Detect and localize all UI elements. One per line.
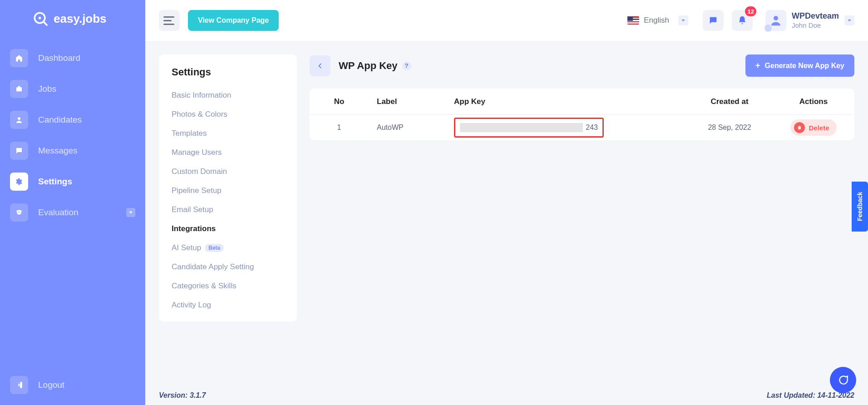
settings-activity-log[interactable]: Activity Log (172, 301, 284, 310)
page: WP App Key ? + Generate New App Key No L… (310, 54, 854, 372)
nav-dashboard[interactable]: Dashboard (10, 49, 135, 67)
nav-candidates[interactable]: Candidates (10, 111, 135, 129)
table-header: No Label App Key Created at Actions (310, 89, 854, 115)
settings-custom-domain[interactable]: Custom Domain (172, 167, 284, 176)
language-label: English (644, 16, 669, 25)
settings-integrations[interactable]: Integrations (172, 224, 284, 233)
language-selector[interactable]: English (621, 12, 695, 29)
sidebar: easy.jobs Dashboard Jobs Candidates Mess… (0, 0, 145, 405)
logo-icon (33, 11, 48, 26)
nav-label: Candidates (38, 115, 82, 125)
main-area: View Company Page English 12 WPDevteam J… (145, 0, 868, 405)
nav-settings[interactable]: Settings (10, 173, 135, 191)
cell-appkey: 243 (446, 118, 686, 138)
avatar (765, 10, 786, 31)
settings-email-setup[interactable]: Email Setup (172, 205, 284, 214)
footer: Version: 3.1.7 Last Updated: 14-11-2022 (145, 386, 868, 405)
svg-point-1 (39, 17, 41, 20)
nav-label: Jobs (38, 84, 56, 94)
briefcase-icon (10, 80, 28, 98)
chat-fab[interactable] (830, 367, 856, 393)
profile-menu[interactable]: WPDevteam John Doe (765, 10, 854, 31)
topbar: View Company Page English 12 WPDevteam J… (145, 0, 868, 41)
col-label: Label (369, 97, 446, 106)
nav-label: Evaluation (38, 207, 79, 217)
company-name: WPDevteam (792, 11, 839, 21)
nav-label: Dashboard (38, 53, 80, 63)
logout-icon (10, 376, 28, 394)
version: Version: 3.1.7 (159, 391, 206, 400)
home-icon (10, 49, 28, 67)
page-header: WP App Key ? + Generate New App Key (310, 54, 854, 77)
chevron-down-icon (678, 15, 688, 25)
settings-pipeline-setup[interactable]: Pipeline Setup (172, 186, 284, 195)
app-key-table: No Label App Key Created at Actions 1 Au… (310, 89, 854, 140)
beta-badge: Beta (205, 244, 224, 252)
svg-line-2 (44, 22, 47, 25)
user-name: John Doe (792, 21, 839, 30)
svg-point-3 (18, 117, 20, 120)
us-flag-icon (627, 16, 639, 25)
content: Settings Basic Information Photos & Colo… (145, 41, 868, 386)
table-row: 1 AutoWP 243 28 Sep, 2022 (310, 115, 854, 140)
message-icon (10, 142, 28, 160)
messages-button[interactable] (703, 10, 724, 31)
appkey-tail: 243 (586, 123, 598, 132)
chevron-down-icon (126, 208, 135, 217)
settings-ai-setup[interactable]: AI Setup Beta (172, 243, 284, 252)
graduation-icon (10, 203, 28, 222)
settings-manage-users[interactable]: Manage Users (172, 148, 284, 157)
menu-toggle-button[interactable] (159, 10, 180, 31)
cell-actions: Delete (773, 119, 854, 136)
nav-label: Settings (38, 177, 72, 187)
col-appkey: App Key (446, 97, 686, 106)
trash-icon (794, 122, 805, 133)
page-title: WP App Key ? (339, 60, 411, 72)
settings-title: Settings (172, 66, 284, 78)
logout-label: Logout (38, 380, 64, 390)
plus-icon: + (755, 61, 760, 70)
settings-candidate-apply[interactable]: Candidate Apply Setting (172, 262, 284, 272)
appkey-masked (460, 123, 583, 132)
back-button[interactable] (310, 55, 330, 76)
help-icon[interactable]: ? (402, 61, 411, 70)
nav-messages[interactable]: Messages (10, 142, 135, 160)
col-actions: Actions (773, 97, 854, 106)
nav-jobs[interactable]: Jobs (10, 80, 135, 98)
settings-templates[interactable]: Templates (172, 129, 284, 138)
cell-created: 28 Sep, 2022 (686, 123, 773, 132)
settings-basic-info[interactable]: Basic Information (172, 91, 284, 100)
gear-icon (10, 173, 28, 191)
brand-logo[interactable]: easy.jobs (10, 11, 135, 26)
settings-photos-colors[interactable]: Photos & Colors (172, 110, 284, 119)
notifications-button[interactable]: 12 (732, 10, 753, 31)
settings-panel: Settings Basic Information Photos & Colo… (159, 54, 297, 321)
brand-name: easy.jobs (54, 12, 107, 26)
svg-point-5 (774, 16, 778, 20)
logout-button[interactable]: Logout (10, 376, 135, 394)
generate-app-key-button[interactable]: + Generate New App Key (745, 54, 854, 77)
settings-categories-skills[interactable]: Categories & Skills (172, 282, 284, 291)
main-nav: Dashboard Jobs Candidates Messages Setti… (10, 49, 135, 222)
nav-label: Messages (38, 146, 78, 156)
delete-button[interactable]: Delete (790, 119, 836, 136)
settings-list: Basic Information Photos & Colors Templa… (172, 91, 284, 310)
col-no: No (310, 97, 369, 106)
chevron-down-icon (844, 15, 854, 25)
view-company-button[interactable]: View Company Page (188, 10, 279, 31)
cell-label: AutoWP (369, 123, 446, 132)
notification-count: 12 (745, 6, 756, 16)
user-icon (10, 111, 28, 129)
col-created: Created at (686, 97, 773, 106)
appkey-highlight: 243 (454, 118, 604, 138)
feedback-tab[interactable]: Feedback (852, 182, 868, 232)
cell-no: 1 (310, 123, 369, 132)
nav-evaluation[interactable]: Evaluation (10, 203, 135, 222)
